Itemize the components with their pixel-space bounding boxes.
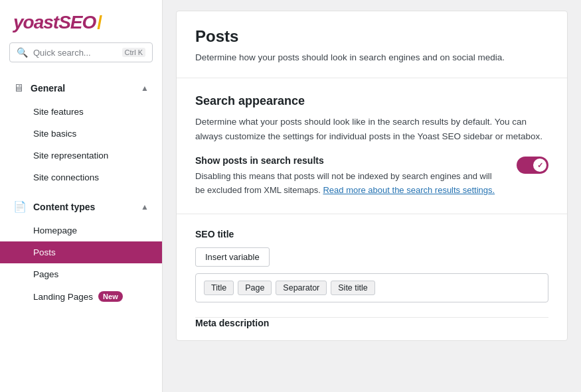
search-appearance-desc: Determine what your posts should look li… <box>195 115 548 143</box>
new-badge: New <box>98 291 123 302</box>
page-title: Posts <box>195 27 548 46</box>
logo-wordmark: yoast <box>13 12 58 33</box>
toggle-wrapper[interactable]: ✓ <box>517 157 548 174</box>
show-posts-toggle[interactable]: ✓ <box>517 157 548 174</box>
content-card: Posts Determine how your posts should lo… <box>176 11 568 341</box>
insert-variable-button[interactable]: Insert variable <box>195 247 270 267</box>
chevron-up-icon: ▲ <box>141 84 149 93</box>
logo: yoast SEO/ <box>13 12 149 33</box>
show-posts-desc: Disabling this means that posts will not… <box>195 170 503 198</box>
show-posts-setting: Show posts in search results Disabling t… <box>195 155 548 198</box>
logo-slash: / <box>97 12 102 33</box>
page-subtitle: Determine how your posts should look in … <box>195 51 548 64</box>
nav-section-content-header[interactable]: 📄 Content types ▲ <box>0 194 162 220</box>
nav-section-general: 🖥 General ▲ Site features Site basics Si… <box>0 73 162 191</box>
landing-pages-with-badge: Landing Pages New <box>33 291 149 302</box>
search-bar[interactable]: 🔍 Quick search... Ctrl K <box>9 42 153 62</box>
landing-pages-label: Landing Pages <box>33 292 93 302</box>
tag-chip-site-title[interactable]: Site title <box>331 281 374 295</box>
sidebar-item-site-features[interactable]: Site features <box>0 101 162 123</box>
search-appearance-title: Search appearance <box>195 94 548 108</box>
toggle-thumb: ✓ <box>533 159 546 172</box>
meta-description-label: Meta description <box>195 318 548 328</box>
show-posts-info: Show posts in search results Disabling t… <box>195 155 503 198</box>
sidebar-item-site-representation[interactable]: Site representation <box>0 145 162 166</box>
search-shortcut: Ctrl K <box>122 48 146 57</box>
monitor-icon: 🖥 <box>13 82 24 94</box>
toggle-track: ✓ <box>517 157 548 174</box>
nav-section-general-left: 🖥 General <box>13 82 65 94</box>
show-posts-label: Show posts in search results <box>195 155 503 166</box>
sidebar-item-pages[interactable]: Pages <box>0 263 162 285</box>
main-content: Posts Determine how your posts should lo… <box>163 0 581 392</box>
seo-title-label: SEO title <box>195 229 548 239</box>
meta-desc-section: Meta description <box>177 318 567 340</box>
page-header: Posts Determine how your posts should lo… <box>177 11 567 78</box>
sidebar: yoast SEO/ 🔍 Quick search... Ctrl K 🖥 Ge… <box>0 0 163 392</box>
sidebar-item-homepage[interactable]: Homepage <box>0 220 162 241</box>
nav-section-content-left: 📄 Content types <box>13 200 95 213</box>
search-results-link[interactable]: Read more about the search results setti… <box>323 185 495 195</box>
logo-area: yoast SEO/ <box>0 0 162 42</box>
tag-chip-separator[interactable]: Separator <box>276 281 327 295</box>
tag-chip-page[interactable]: Page <box>238 281 272 295</box>
sidebar-item-landing-pages[interactable]: Landing Pages New <box>0 285 162 308</box>
nav-section-general-header[interactable]: 🖥 General ▲ <box>0 76 162 101</box>
search-icon: 🔍 <box>17 47 28 58</box>
sidebar-item-site-connections[interactable]: Site connections <box>0 166 162 188</box>
title-tags-row: Title Page Separator Site title <box>195 273 548 302</box>
nav-section-general-title: General <box>31 83 65 94</box>
logo-seo: SEO <box>58 12 96 33</box>
sidebar-item-site-basics[interactable]: Site basics <box>0 123 162 145</box>
sidebar-item-posts[interactable]: Posts <box>0 241 162 263</box>
nav-section-content-types: 📄 Content types ▲ Homepage Posts Pages L… <box>0 191 162 310</box>
search-placeholder: Quick search... <box>33 48 117 58</box>
nav-section-content-title: Content types <box>33 202 95 212</box>
toggle-check-icon: ✓ <box>537 161 543 170</box>
document-icon: 📄 <box>13 200 27 213</box>
search-appearance-section: Search appearance Determine what your po… <box>177 78 567 214</box>
chevron-up-icon-content: ▲ <box>141 202 149 212</box>
tag-chip-title[interactable]: Title <box>204 281 234 295</box>
seo-title-section: SEO title Insert variable Title Page Sep… <box>177 214 567 317</box>
